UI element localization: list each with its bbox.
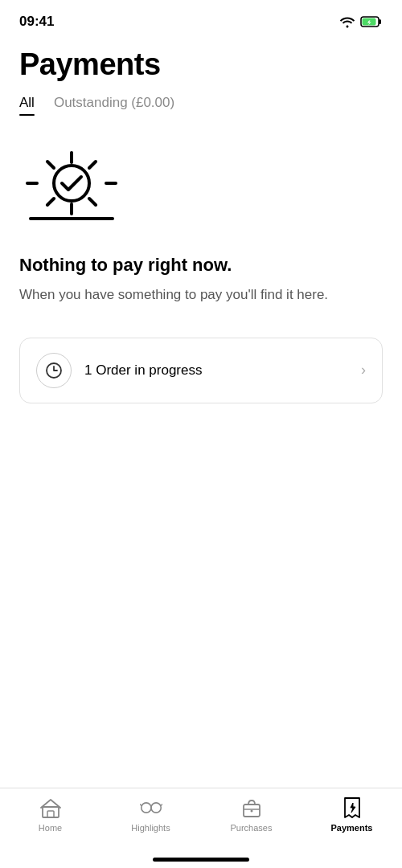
nav-label-payments: Payments	[331, 823, 373, 833]
svg-point-11	[54, 166, 89, 201]
svg-line-9	[47, 199, 54, 205]
payments-icon	[341, 796, 363, 819]
chevron-right-icon: ›	[361, 362, 366, 379]
battery-icon	[360, 15, 383, 28]
svg-line-10	[89, 199, 96, 205]
order-icon	[36, 353, 72, 388]
empty-state: Nothing to pay right now. When you have …	[0, 114, 402, 305]
highlights-icon	[140, 796, 162, 819]
svg-rect-1	[379, 19, 381, 24]
svg-line-20	[161, 805, 162, 806]
svg-point-17	[151, 803, 161, 813]
purchases-icon	[240, 796, 263, 819]
header: Payments	[0, 40, 402, 82]
status-icons	[339, 15, 383, 28]
wifi-icon	[339, 15, 355, 28]
order-card[interactable]: 1 Order in progress ›	[19, 338, 383, 403]
nav-label-home: Home	[39, 823, 62, 833]
nav-item-home[interactable]: Home	[0, 796, 100, 833]
home-indicator	[153, 858, 249, 862]
svg-rect-14	[43, 807, 59, 817]
home-icon	[39, 796, 62, 819]
empty-description: When you have something to pay you'll fi…	[19, 285, 328, 305]
empty-title: Nothing to pay right now.	[19, 254, 232, 277]
svg-line-7	[47, 162, 54, 168]
nav-item-highlights[interactable]: Highlights	[100, 796, 201, 833]
svg-rect-15	[47, 811, 54, 817]
nav-label-highlights: Highlights	[131, 823, 170, 833]
status-bar: 09:41	[0, 0, 402, 40]
nav-item-purchases[interactable]: Purchases	[201, 796, 302, 833]
status-time: 09:41	[19, 14, 54, 30]
page-title: Payments	[19, 48, 383, 82]
svg-point-16	[141, 803, 150, 813]
tab-outstanding[interactable]: Outstanding (£0.00)	[54, 95, 174, 114]
order-card-container: 1 Order in progress ›	[0, 305, 402, 403]
svg-line-19	[140, 805, 142, 806]
tab-all[interactable]: All	[19, 95, 35, 114]
nav-label-purchases: Purchases	[231, 823, 273, 833]
svg-line-8	[89, 162, 96, 168]
bottom-nav: Home Highlights	[0, 788, 402, 868]
sun-check-icon	[19, 146, 124, 235]
nav-item-payments[interactable]: Payments	[302, 796, 402, 833]
order-label: 1 Order in progress	[84, 362, 361, 379]
svg-point-23	[250, 810, 252, 813]
tab-bar: All Outstanding (£0.00)	[0, 82, 402, 114]
